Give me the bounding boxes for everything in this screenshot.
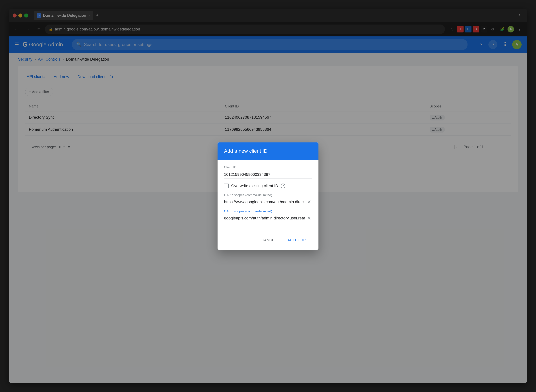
scope1-input[interactable] — [224, 198, 305, 206]
cancel-button[interactable]: CANCEL — [257, 235, 281, 245]
scope1-clear-icon[interactable]: ✕ — [307, 199, 312, 205]
modal-header: Add a new client ID — [217, 142, 319, 160]
client-id-field: Client ID — [224, 166, 312, 178]
modal-overlay: Add a new client ID Client ID Overwrite … — [9, 36, 527, 383]
overwrite-checkbox[interactable] — [224, 184, 229, 188]
scope1-label: OAuth scopes (comma-delimited) — [224, 193, 312, 197]
page-content: ☰ G Google Admin 🔍 Search for users, gro… — [9, 36, 527, 383]
client-id-label: Client ID — [224, 166, 312, 169]
scope2-label: OAuth scopes (comma-delimited) — [224, 210, 312, 213]
overwrite-checkbox-row: Overwrite existing client ID ? — [224, 184, 312, 188]
modal-body: Client ID Overwrite existing client ID ?… — [217, 160, 319, 232]
client-id-input[interactable] — [224, 171, 312, 178]
overwrite-label: Overwrite existing client ID — [231, 184, 278, 188]
scope2-input[interactable] — [224, 215, 305, 222]
scope2-clear-icon[interactable]: ✕ — [307, 215, 312, 222]
help-icon[interactable]: ? — [281, 184, 285, 188]
scope-field-2: OAuth scopes (comma-delimited) ✕ — [224, 210, 312, 222]
scope2-input-row: ✕ — [224, 215, 312, 222]
authorize-button[interactable]: AUTHORIZE — [283, 235, 313, 245]
modal-dialog: Add a new client ID Client ID Overwrite … — [217, 142, 319, 250]
modal-footer: CANCEL AUTHORIZE — [217, 232, 319, 250]
modal-title: Add a new client ID — [224, 148, 312, 154]
scope1-input-row: ✕ — [224, 198, 312, 206]
scope-field-1: OAuth scopes (comma-delimited) ✕ — [224, 193, 312, 206]
